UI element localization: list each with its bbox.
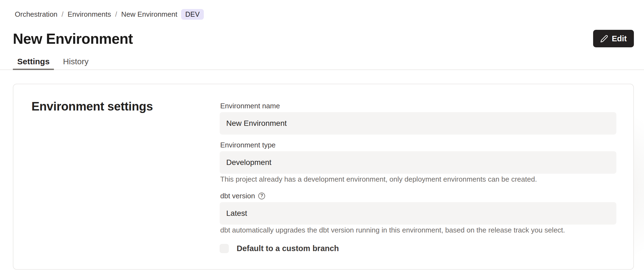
custom-branch-row: Default to a custom branch [220,244,616,253]
environment-settings-card: Environment settings Environment name Ne… [13,84,634,270]
tab-bar: Settings History [0,54,644,70]
dbt-version-label-text: dbt version [220,191,255,200]
dbt-version-input[interactable]: Latest [220,202,616,225]
tab-history[interactable]: History [59,54,93,69]
field-dbt-version: dbt version ? Latest dbt automatically u… [220,191,616,234]
environment-name-input[interactable]: New Environment [220,112,616,135]
breadcrumb: Orchestration / Environments / New Envir… [15,9,204,20]
dbt-version-helper-text: dbt automatically upgrades the dbt versi… [220,226,616,234]
page-title: New Environment [13,30,133,47]
breadcrumb-orchestration[interactable]: Orchestration [15,10,57,19]
help-icon[interactable]: ? [258,193,265,199]
pencil-icon [600,35,608,43]
environment-dev-badge: DEV [181,9,204,20]
environment-type-input[interactable]: Development [220,151,616,174]
section-heading: Environment settings [31,100,153,113]
field-environment-name: Environment name New Environment [220,101,616,135]
field-environment-type: Environment type Development This projec… [220,140,616,183]
tab-settings-label: Settings [17,57,50,66]
page-header: New Environment Edit [13,29,634,48]
tab-settings[interactable]: Settings [13,54,54,69]
environment-type-label: Environment type [220,140,616,150]
dbt-version-label: dbt version ? [220,191,616,200]
edit-button-label: Edit [612,34,627,43]
environment-type-helper-text: This project already has a development e… [220,175,616,183]
tab-history-label: History [63,57,88,66]
breadcrumb-separator: / [115,10,117,18]
breadcrumb-separator: / [62,10,63,18]
breadcrumb-new-environment[interactable]: New Environment [121,10,177,19]
custom-branch-checkbox[interactable] [220,244,229,253]
environment-name-label: Environment name [220,101,616,111]
custom-branch-label: Default to a custom branch [237,244,339,253]
edit-button[interactable]: Edit [593,30,634,47]
breadcrumb-environments[interactable]: Environments [68,10,111,19]
environment-settings-form: Environment name New Environment Environ… [220,101,616,253]
environment-page: Orchestration / Environments / New Envir… [0,0,644,279]
